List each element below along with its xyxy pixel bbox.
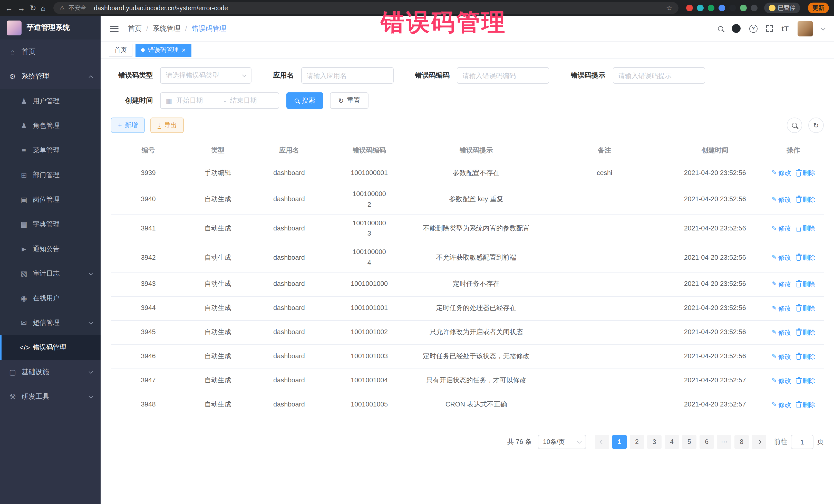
delete-link[interactable]: 删除 xyxy=(797,352,815,362)
github-icon[interactable] xyxy=(732,24,741,33)
delete-link[interactable]: 删除 xyxy=(797,303,815,313)
bookmark-star-icon[interactable]: ☆ xyxy=(666,5,672,11)
extension-red-icon[interactable] xyxy=(686,5,693,11)
sidebar-item-audit-logs[interactable]: ▧审计日志 xyxy=(0,261,101,286)
cell-code: 1001001002 xyxy=(328,327,410,338)
page-button-4[interactable]: 4 xyxy=(665,435,679,450)
toggle-search-button[interactable] xyxy=(787,117,802,133)
sidebar-item-depts[interactable]: ⊞部门管理 xyxy=(0,163,101,187)
sidebar-item-notices[interactable]: ►通知公告 xyxy=(0,237,101,261)
search-button[interactable]: 搜索 xyxy=(286,92,323,109)
back-icon[interactable]: ← xyxy=(5,4,13,12)
extension-blue-grid-icon[interactable] xyxy=(718,5,725,11)
security-label: 不安全 xyxy=(68,4,86,12)
sidebar-item-menus[interactable]: ≡菜单管理 xyxy=(0,138,101,163)
edit-link[interactable]: ✎修改 xyxy=(772,223,791,234)
extensions-area xyxy=(686,5,757,11)
page-more-button[interactable]: ⋯ xyxy=(717,435,731,449)
delete-link[interactable]: 删除 xyxy=(797,279,815,289)
prev-page-button[interactable] xyxy=(595,435,609,449)
extension-dark-on-icon[interactable] xyxy=(729,5,736,11)
refresh-table-button[interactable]: ↻ xyxy=(808,117,824,133)
paused-chip[interactable]: 已暂停 xyxy=(764,3,800,13)
edit-link[interactable]: ✎修改 xyxy=(772,352,791,362)
trash-icon xyxy=(797,331,801,336)
error-type-select[interactable]: 请选择错误码类型 xyxy=(160,67,251,84)
forward-icon[interactable]: → xyxy=(18,4,25,12)
delete-link[interactable]: 删除 xyxy=(797,253,815,263)
app-name-input[interactable] xyxy=(301,67,393,84)
delete-link[interactable]: 删除 xyxy=(797,327,815,338)
sidebar-item-error-codes[interactable]: </>错误码管理 xyxy=(0,335,101,360)
tab-error-code[interactable]: 错误码管理 × xyxy=(135,43,191,57)
edit-icon: ✎ xyxy=(772,279,777,289)
edit-link[interactable]: ✎修改 xyxy=(772,303,791,313)
page-button-6[interactable]: 6 xyxy=(700,435,714,450)
hamburger-icon[interactable] xyxy=(110,25,118,31)
address-bar[interactable]: ⚠ 不安全 dashboard.yudao.iocoder.cn/system/… xyxy=(53,2,678,14)
chevron-down-icon xyxy=(89,271,93,275)
goto-page-input[interactable] xyxy=(791,435,813,449)
next-page-button[interactable] xyxy=(752,435,766,449)
edit-link[interactable]: ✎修改 xyxy=(772,168,791,178)
delete-link[interactable]: 删除 xyxy=(797,168,815,178)
page-button-5[interactable]: 5 xyxy=(682,435,697,450)
sidebar-item-dev-tools[interactable]: ⚒研发工具 xyxy=(0,385,101,409)
edit-link[interactable]: ✎修改 xyxy=(772,327,791,338)
font-size-icon[interactable]: tT xyxy=(782,24,789,32)
edit-link[interactable]: ✎修改 xyxy=(772,253,791,263)
page-button-2[interactable]: 2 xyxy=(630,435,644,450)
sidebar-item-home[interactable]: ⌂首页 xyxy=(0,40,101,64)
goto-label: 前往 xyxy=(774,437,787,446)
fullscreen-icon[interactable] xyxy=(766,25,773,32)
avatar[interactable] xyxy=(797,21,813,36)
table-body: 3939手动编辑dashboard1001000001参数配置不存在ceshi2… xyxy=(111,161,824,417)
cell-type: 自动生成 xyxy=(186,223,250,234)
page-button-8[interactable]: 8 xyxy=(734,435,749,450)
sidebar-item-dicts[interactable]: ▤字典管理 xyxy=(0,212,101,237)
cell-app: dashboard xyxy=(250,168,328,178)
extension-teal-icon[interactable] xyxy=(697,5,703,11)
edit-link[interactable]: ✎修改 xyxy=(772,376,791,386)
sidebar-item-sms[interactable]: ✉短信管理 xyxy=(0,310,101,335)
extension-pin-icon[interactable] xyxy=(751,5,757,11)
edit-link[interactable]: ✎修改 xyxy=(772,195,791,205)
browser-home-icon[interactable]: ⌂ xyxy=(41,4,45,12)
reset-button[interactable]: ↻ 重置 xyxy=(330,92,369,109)
breadcrumb-current: 错误码管理 xyxy=(192,24,226,33)
breadcrumb-home[interactable]: 首页 xyxy=(128,24,153,33)
cell-app: dashboard xyxy=(250,303,328,314)
close-icon[interactable]: × xyxy=(182,47,185,53)
error-code-input[interactable] xyxy=(457,67,549,84)
page-button-1[interactable]: 1 xyxy=(612,435,627,450)
delete-link[interactable]: 删除 xyxy=(797,400,815,410)
chevron-down-icon[interactable] xyxy=(821,26,826,30)
help-icon[interactable]: ? xyxy=(749,24,758,32)
date-range-picker[interactable]: ▦ 开始日期 - 结束日期 xyxy=(160,92,279,109)
extension-green-icon[interactable] xyxy=(707,5,714,11)
page-size-select[interactable]: 10条/页 xyxy=(538,435,586,449)
delete-link[interactable]: 删除 xyxy=(797,376,815,386)
delete-link[interactable]: 删除 xyxy=(797,195,815,205)
sidebar-item-infra[interactable]: ▢基础设施 xyxy=(0,360,101,385)
table-toolbar: + 新增 ↓ 导出 ↻ xyxy=(111,117,824,133)
search-icon[interactable] xyxy=(718,26,723,31)
sidebar-item-roles[interactable]: ♟角色管理 xyxy=(0,113,101,138)
sidebar-item-users[interactable]: ♟用户管理 xyxy=(0,89,101,113)
add-button[interactable]: + 新增 xyxy=(111,117,145,133)
page-button-3[interactable]: 3 xyxy=(647,435,662,450)
sidebar-item-online-users[interactable]: ◉在线用户 xyxy=(0,286,101,310)
sidebar-item-system[interactable]: ⚙系统管理 xyxy=(0,64,101,89)
error-hint-input[interactable] xyxy=(613,67,705,84)
edit-label: 修改 xyxy=(778,253,791,263)
tab-home[interactable]: 首页 xyxy=(109,43,132,57)
delete-link[interactable]: 删除 xyxy=(797,223,815,234)
export-button[interactable]: ↓ 导出 xyxy=(151,117,184,133)
reload-icon[interactable]: ↻ xyxy=(30,4,36,12)
breadcrumb-system[interactable]: 系统管理 xyxy=(153,24,192,33)
edit-link[interactable]: ✎修改 xyxy=(772,400,791,410)
sidebar-item-posts[interactable]: ▣岗位管理 xyxy=(0,187,101,212)
edit-link[interactable]: ✎修改 xyxy=(772,279,791,289)
extension-leaf-icon[interactable] xyxy=(740,5,746,11)
update-button[interactable]: 更新 xyxy=(808,3,829,13)
